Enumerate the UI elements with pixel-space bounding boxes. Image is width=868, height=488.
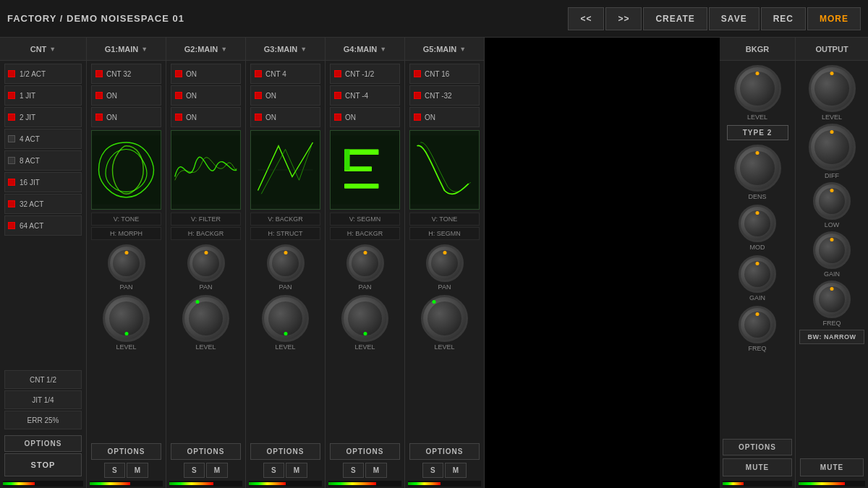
g1-level-knob[interactable]	[103, 295, 150, 342]
g3-row3[interactable]: ON	[250, 107, 320, 127]
output-low-knob[interactable]	[813, 182, 851, 220]
g2-level-knob-container: LEVEL	[182, 295, 229, 351]
cnt-level-bar	[3, 481, 83, 487]
list-item[interactable]: 4 ACT	[4, 129, 82, 149]
bkgr-mute-button[interactable]: MUTE	[723, 458, 792, 476]
red-indicator-icon	[8, 222, 15, 229]
g3-row1[interactable]: CNT 4	[250, 64, 320, 84]
output-bw-button[interactable]: BW: NARROW	[799, 330, 864, 344]
bkgr-dens-knob[interactable]	[734, 145, 781, 192]
list-item[interactable]: 16 JIT	[4, 172, 82, 192]
g1-pan-knob[interactable]	[108, 244, 145, 282]
svg-rect-1	[171, 136, 240, 205]
g1-row3[interactable]: ON	[91, 107, 161, 127]
bkgr-mod-label: MOD	[750, 244, 765, 251]
save-button[interactable]: SAVE	[709, 7, 760, 30]
g2-row2[interactable]: ON	[171, 85, 241, 106]
jit-quarter-item[interactable]: JIT 1/4	[4, 390, 82, 409]
g2-row1[interactable]: ON	[171, 64, 241, 84]
g3-row2[interactable]: ON	[250, 85, 320, 106]
g3-level-knob-container: LEVEL	[262, 295, 309, 351]
g1-row1[interactable]: CNT 32	[91, 64, 161, 84]
g4-sm-buttons: S M	[330, 463, 400, 478]
bkgr-dens-wrap: DENS	[734, 145, 781, 200]
g2-m-button[interactable]: M	[206, 463, 228, 478]
list-item[interactable]: 8 ACT	[4, 150, 82, 171]
g2-bottom: OPTIONS S M	[166, 440, 245, 479]
g2-h-label: H: BACKGR	[171, 227, 241, 240]
g2-oscilloscope[interactable]	[171, 130, 241, 210]
g1-m-button[interactable]: M	[127, 463, 148, 478]
create-button[interactable]: CREATE	[643, 7, 707, 30]
g5-m-button[interactable]: M	[445, 463, 467, 478]
red-indicator-icon	[95, 92, 103, 99]
g2-pan-knob[interactable]	[187, 244, 225, 282]
output-freq-knob[interactable]	[813, 281, 851, 318]
g1-s-button[interactable]: S	[104, 463, 125, 478]
g5-row1[interactable]: CNT 16	[409, 64, 480, 84]
g5-row3[interactable]: ON	[409, 107, 480, 127]
bkgr-mod-knob[interactable]	[739, 205, 776, 242]
g3-content: CNT 4 ON ON	[246, 61, 325, 440]
g4-level-label: LEVEL	[354, 343, 375, 351]
g4-options-button[interactable]: OPTIONS	[330, 443, 400, 460]
main-content: CNT ▼ 1/2 ACT 1 JIT 2 JIT 4 ACT 8 AC	[0, 38, 868, 488]
g2-s-button[interactable]: S	[184, 463, 205, 478]
output-level-knob[interactable]	[809, 65, 856, 112]
g3-options-button[interactable]: OPTIONS	[250, 443, 320, 460]
more-button[interactable]: MORE	[807, 7, 861, 30]
g3-level-knob[interactable]	[262, 295, 309, 342]
g1-level-label: LEVEL	[116, 343, 136, 351]
g5-options-button[interactable]: OPTIONS	[409, 443, 480, 460]
g4-pan-knob[interactable]	[346, 244, 384, 282]
list-item[interactable]: 32 ACT	[4, 194, 82, 214]
red-indicator-icon	[255, 92, 262, 99]
bkgr-level-knob[interactable]	[734, 65, 781, 112]
g2-options-button[interactable]: OPTIONS	[171, 443, 241, 460]
output-level-bar	[799, 481, 865, 487]
output-mute-button[interactable]: MUTE	[800, 458, 864, 476]
err-item[interactable]: ERR 25%	[4, 411, 82, 429]
g1-row2[interactable]: ON	[91, 85, 161, 106]
g4-m-button[interactable]: M	[365, 463, 387, 478]
g4-row3[interactable]: ON	[330, 107, 400, 127]
list-item[interactable]: 1/2 ACT	[4, 64, 82, 84]
g3-oscilloscope[interactable]	[250, 130, 320, 210]
g5-oscilloscope[interactable]	[409, 130, 480, 210]
prev-button[interactable]: <<	[568, 7, 604, 30]
g4-pan-knob-container: PAN	[346, 244, 384, 291]
g3-m-button[interactable]: M	[286, 463, 307, 478]
g4-s-button[interactable]: S	[343, 463, 364, 478]
g5-s-button[interactable]: S	[422, 463, 443, 478]
bkgr-gain-knob[interactable]	[739, 255, 776, 293]
g4-level-knob[interactable]	[341, 295, 388, 342]
g4-row1[interactable]: CNT -1/2	[330, 64, 400, 84]
stop-button[interactable]: STOP	[4, 453, 82, 476]
output-gain-knob[interactable]	[813, 231, 851, 269]
bkgr-type-button[interactable]: TYPE 2	[727, 125, 788, 140]
output-diff-knob[interactable]	[809, 124, 856, 171]
g2-row3[interactable]: ON	[171, 107, 241, 127]
list-item[interactable]: 64 ACT	[4, 215, 82, 236]
g5-pan-knob[interactable]	[426, 244, 464, 282]
list-item[interactable]: 2 JIT	[4, 107, 82, 127]
g5-level-knob[interactable]	[421, 295, 468, 342]
g1-oscilloscope[interactable]	[91, 130, 161, 210]
output-diff-indicator	[830, 130, 834, 134]
g4-row2[interactable]: CNT -4	[330, 85, 400, 106]
bkgr-header: BKGR	[720, 38, 795, 61]
cnt-options-button[interactable]: OPTIONS	[4, 435, 82, 452]
red-indicator-icon	[8, 70, 15, 77]
bkgr-freq-knob[interactable]	[739, 306, 776, 343]
g5-row2[interactable]: CNT -32	[409, 85, 480, 106]
list-item[interactable]: 1 JIT	[4, 85, 82, 106]
cnt-half-item[interactable]: CNT 1/2	[4, 370, 82, 389]
bkgr-options-button[interactable]: OPTIONS	[723, 439, 792, 455]
rec-button[interactable]: REC	[761, 7, 806, 30]
g4-oscilloscope[interactable]	[330, 130, 400, 210]
g2-level-knob[interactable]	[182, 295, 229, 342]
g3-pan-knob[interactable]	[267, 244, 305, 282]
g1-options-button[interactable]: OPTIONS	[91, 443, 161, 460]
g3-s-button[interactable]: S	[263, 463, 284, 478]
next-button[interactable]: >>	[605, 7, 642, 30]
